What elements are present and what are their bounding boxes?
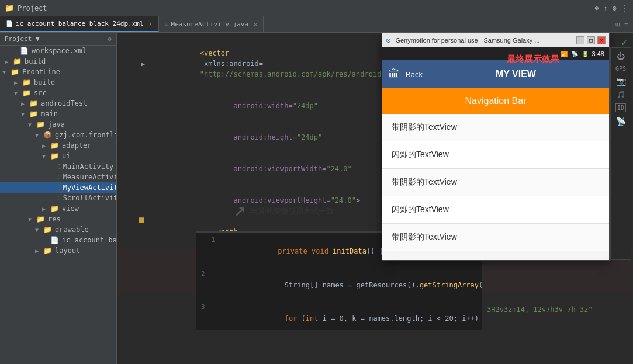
- xml-file-icon: 📄: [50, 236, 60, 244]
- arrow-icon: ▶: [35, 248, 43, 254]
- back-button[interactable]: Back: [406, 70, 423, 79]
- folder-icon: 📁: [43, 247, 53, 255]
- tree-item-main[interactable]: ▼ 📁 main: [0, 109, 116, 119]
- arrow-icon: ▼: [35, 227, 43, 233]
- tree-item-java[interactable]: ▼ 📁 java: [0, 119, 116, 130]
- tree-label: ScrollActivity: [63, 194, 117, 202]
- tree-label: FrontLine: [22, 68, 60, 76]
- folder-icon: 📁: [29, 99, 39, 108]
- tree-item-res[interactable]: ▼ 📁 res: [0, 214, 116, 224]
- gps-icon[interactable]: GPS: [615, 65, 626, 72]
- tree-label: main: [41, 110, 58, 118]
- path-indicator: [139, 217, 144, 223]
- tree-item-layout[interactable]: ▶ 📁 layout: [0, 245, 116, 256]
- tree-item-view[interactable]: ▶ 📁 view: [0, 203, 116, 214]
- tree-label: view: [62, 204, 79, 213]
- list-item[interactable]: 闪烁的TextView: [382, 141, 609, 169]
- line-number: [117, 90, 137, 122]
- annotation-resource: 与其他资源引用方式一致: [250, 206, 334, 217]
- bottom-code-line-2: 2 String[] names = getResources().getStr…: [201, 269, 477, 303]
- tree-item-workspace[interactable]: 📄 workspace.xml: [0, 46, 116, 56]
- tab-java-file[interactable]: ☕ MeasureActivity.java ✕: [159, 16, 264, 32]
- project-label: Project ▼: [5, 35, 40, 43]
- tree-item-androidtest[interactable]: ▶ 📁 androidTest: [0, 98, 116, 109]
- device-minimize-button[interactable]: _: [576, 36, 584, 44]
- class-icon: C: [57, 184, 61, 192]
- tree-item-adapter[interactable]: ▶ 📁 adapter: [0, 140, 116, 151]
- tree-label: build: [25, 57, 46, 65]
- folder-icon: 📁: [22, 89, 32, 97]
- tree-item-ic-xml[interactable]: 📄 ic_account_balance_black_24dp.xml: [0, 235, 116, 245]
- sync-icon[interactable]: ⊕: [594, 4, 599, 12]
- tree-label: build: [34, 78, 55, 86]
- line-number: [117, 216, 137, 248]
- java-tab-label: MeasureActivity.java: [171, 20, 248, 28]
- tree-label: java: [48, 120, 65, 129]
- project-icon: 📁: [5, 4, 14, 12]
- gear-icon[interactable]: ⚙: [613, 4, 617, 12]
- folder-icon: 📁: [50, 152, 60, 160]
- battery-icon: 🔋: [582, 51, 589, 57]
- signal-icon: 📡: [571, 51, 578, 57]
- line-gutter: [137, 90, 149, 122]
- tree-item-frontline[interactable]: ▼ 📁 FrontLine: [0, 67, 116, 77]
- line-number: [117, 37, 137, 90]
- tree-label: layout: [55, 247, 80, 255]
- list-item[interactable]: 带阴影的TextView: [382, 169, 609, 196]
- list-items: 带阴影的TextView 闪烁的TextView 带阴影的TextView 闪烁…: [382, 114, 609, 260]
- tree-label: workspace.xml: [32, 47, 87, 55]
- project-header-icons: ⚙: [108, 36, 112, 42]
- wifi-icon: 📶: [561, 51, 568, 57]
- folder-icon: 📁: [43, 226, 53, 234]
- arrow-icon: ▼: [2, 69, 11, 75]
- line-code: for (int i = 0, k = names.length; i < 20…: [209, 302, 482, 330]
- menu-icon[interactable]: ⋮: [621, 4, 628, 12]
- tree-item-scrollactivity[interactable]: C ScrollActivity: [0, 193, 116, 203]
- arrow-icon: ▶: [21, 100, 29, 107]
- arrow-icon: ▶: [14, 79, 22, 86]
- line-gutter: [137, 122, 149, 153]
- tree-item-src[interactable]: ▼ 📁 src: [0, 88, 116, 98]
- device-title-text: Genymotion for personal use - Samsung Ga…: [395, 37, 574, 44]
- tree-item-mainactivity[interactable]: C MainActivity: [0, 161, 116, 172]
- tab-xml-file[interactable]: 📄 ic_account_balance_black_24dp.xml ✕: [0, 16, 159, 32]
- folder-icon: 📁: [36, 215, 46, 223]
- tree-label: drawable: [55, 226, 89, 234]
- arrow-icon: ▼: [42, 153, 50, 160]
- camera-icon[interactable]: 📷: [616, 77, 626, 86]
- tree-label: ui: [62, 152, 70, 160]
- tree-item-myviewactivity[interactable]: C MyViewActivity: [0, 182, 116, 193]
- arrow-char: ↗: [234, 201, 245, 222]
- xml-tab-close[interactable]: ✕: [149, 20, 153, 27]
- tree-item-package[interactable]: ▼ 📦 gzj.com.frontline: [0, 130, 116, 140]
- media-icon[interactable]: 🎵: [617, 91, 625, 99]
- power-icon[interactable]: ⏻: [617, 51, 625, 61]
- device-maximize-button[interactable]: □: [587, 36, 595, 44]
- line-number: [117, 185, 137, 216]
- arrow-icon: ▼: [28, 216, 36, 223]
- line-gutter: [137, 294, 149, 325]
- folder-icon: 📁: [11, 68, 20, 76]
- tree-item-build-top[interactable]: ▶ 📁 build: [0, 56, 116, 67]
- id-icon[interactable]: ID: [615, 103, 626, 112]
- list-item[interactable]: 带阴影的TextView: [382, 114, 609, 141]
- device-close-button[interactable]: ✕: [597, 36, 606, 44]
- arrow-icon: ▶: [42, 143, 50, 149]
- tree-item-build[interactable]: ▶ 📁 build: [0, 77, 116, 88]
- tree-label: src: [34, 89, 47, 97]
- tree-label: MainActivity: [63, 162, 114, 171]
- tree-label: ic_account_balance_black_24dp.xml: [62, 236, 117, 244]
- status-time: 3:48: [592, 50, 604, 57]
- list-item[interactable]: 闪烁的TextView: [382, 196, 609, 224]
- tree-item-drawable[interactable]: ▼ 📁 drawable: [0, 224, 116, 235]
- arrow-icon[interactable]: ↑: [604, 4, 608, 12]
- file-xml-icon: 📄: [20, 47, 29, 55]
- list-item[interactable]: 带阴影的TextView: [382, 224, 609, 251]
- tree-item-ui[interactable]: ▼ 📁 ui: [0, 151, 116, 161]
- network-icon[interactable]: 📡: [616, 117, 626, 126]
- tree-label: gzj.com.frontline: [55, 131, 117, 139]
- xml-tab-icon: 📄: [6, 20, 13, 27]
- tree-item-measureactivity[interactable]: C MeasureActivity: [0, 172, 116, 182]
- line-number: [117, 294, 137, 325]
- java-tab-close[interactable]: ✕: [254, 21, 257, 27]
